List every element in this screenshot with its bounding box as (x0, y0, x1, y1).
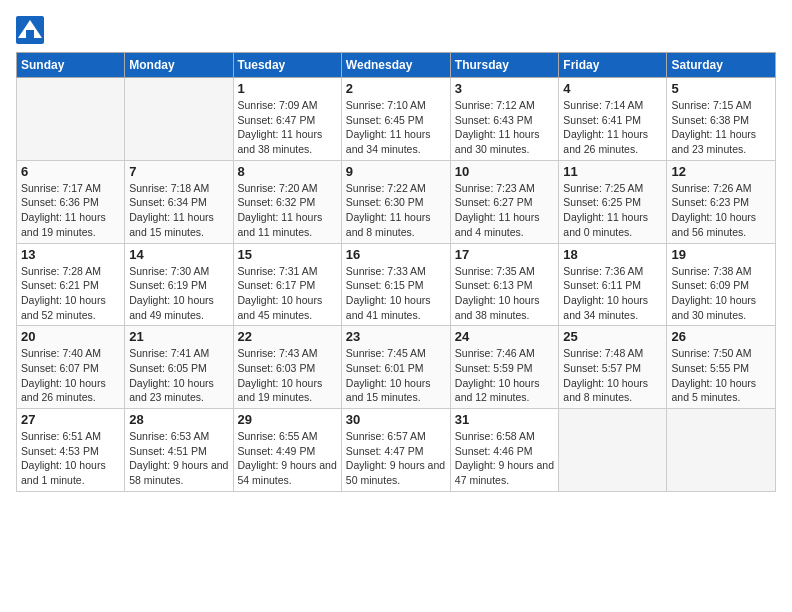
calendar-cell: 8Sunrise: 7:20 AMSunset: 6:32 PMDaylight… (233, 160, 341, 243)
calendar-week-row: 1Sunrise: 7:09 AMSunset: 6:47 PMDaylight… (17, 78, 776, 161)
day-number: 1 (238, 81, 337, 96)
calendar-cell: 13Sunrise: 7:28 AMSunset: 6:21 PMDayligh… (17, 243, 125, 326)
day-number: 11 (563, 164, 662, 179)
calendar-cell: 25Sunrise: 7:48 AMSunset: 5:57 PMDayligh… (559, 326, 667, 409)
day-info: Sunrise: 7:10 AMSunset: 6:45 PMDaylight:… (346, 98, 446, 157)
calendar-cell (559, 409, 667, 492)
calendar-cell: 27Sunrise: 6:51 AMSunset: 4:53 PMDayligh… (17, 409, 125, 492)
calendar-cell: 9Sunrise: 7:22 AMSunset: 6:30 PMDaylight… (341, 160, 450, 243)
day-info: Sunrise: 6:58 AMSunset: 4:46 PMDaylight:… (455, 429, 555, 488)
calendar-week-row: 6Sunrise: 7:17 AMSunset: 6:36 PMDaylight… (17, 160, 776, 243)
calendar-cell: 29Sunrise: 6:55 AMSunset: 4:49 PMDayligh… (233, 409, 341, 492)
calendar-cell: 21Sunrise: 7:41 AMSunset: 6:05 PMDayligh… (125, 326, 233, 409)
day-info: Sunrise: 6:55 AMSunset: 4:49 PMDaylight:… (238, 429, 337, 488)
day-info: Sunrise: 7:33 AMSunset: 6:15 PMDaylight:… (346, 264, 446, 323)
svg-rect-2 (26, 30, 34, 38)
day-number: 18 (563, 247, 662, 262)
calendar-cell: 19Sunrise: 7:38 AMSunset: 6:09 PMDayligh… (667, 243, 776, 326)
day-info: Sunrise: 6:57 AMSunset: 4:47 PMDaylight:… (346, 429, 446, 488)
day-number: 15 (238, 247, 337, 262)
day-number: 30 (346, 412, 446, 427)
calendar-cell: 14Sunrise: 7:30 AMSunset: 6:19 PMDayligh… (125, 243, 233, 326)
calendar-cell: 1Sunrise: 7:09 AMSunset: 6:47 PMDaylight… (233, 78, 341, 161)
day-info: Sunrise: 7:36 AMSunset: 6:11 PMDaylight:… (563, 264, 662, 323)
day-info: Sunrise: 7:48 AMSunset: 5:57 PMDaylight:… (563, 346, 662, 405)
calendar-week-row: 27Sunrise: 6:51 AMSunset: 4:53 PMDayligh… (17, 409, 776, 492)
day-number: 12 (671, 164, 771, 179)
calendar-cell: 3Sunrise: 7:12 AMSunset: 6:43 PMDaylight… (450, 78, 559, 161)
calendar-cell: 6Sunrise: 7:17 AMSunset: 6:36 PMDaylight… (17, 160, 125, 243)
day-number: 25 (563, 329, 662, 344)
calendar-cell: 17Sunrise: 7:35 AMSunset: 6:13 PMDayligh… (450, 243, 559, 326)
day-number: 9 (346, 164, 446, 179)
calendar-cell: 26Sunrise: 7:50 AMSunset: 5:55 PMDayligh… (667, 326, 776, 409)
day-info: Sunrise: 7:35 AMSunset: 6:13 PMDaylight:… (455, 264, 555, 323)
logo (16, 16, 48, 44)
calendar-cell: 12Sunrise: 7:26 AMSunset: 6:23 PMDayligh… (667, 160, 776, 243)
calendar-cell: 15Sunrise: 7:31 AMSunset: 6:17 PMDayligh… (233, 243, 341, 326)
day-number: 2 (346, 81, 446, 96)
day-info: Sunrise: 7:41 AMSunset: 6:05 PMDaylight:… (129, 346, 228, 405)
day-number: 21 (129, 329, 228, 344)
calendar-table: SundayMondayTuesdayWednesdayThursdayFrid… (16, 52, 776, 492)
calendar-cell: 24Sunrise: 7:46 AMSunset: 5:59 PMDayligh… (450, 326, 559, 409)
day-info: Sunrise: 7:46 AMSunset: 5:59 PMDaylight:… (455, 346, 555, 405)
calendar-body: 1Sunrise: 7:09 AMSunset: 6:47 PMDaylight… (17, 78, 776, 492)
calendar-cell: 11Sunrise: 7:25 AMSunset: 6:25 PMDayligh… (559, 160, 667, 243)
day-number: 16 (346, 247, 446, 262)
weekday-header-tuesday: Tuesday (233, 53, 341, 78)
calendar-cell: 5Sunrise: 7:15 AMSunset: 6:38 PMDaylight… (667, 78, 776, 161)
day-number: 29 (238, 412, 337, 427)
day-number: 23 (346, 329, 446, 344)
calendar-cell: 16Sunrise: 7:33 AMSunset: 6:15 PMDayligh… (341, 243, 450, 326)
day-info: Sunrise: 7:20 AMSunset: 6:32 PMDaylight:… (238, 181, 337, 240)
day-info: Sunrise: 7:09 AMSunset: 6:47 PMDaylight:… (238, 98, 337, 157)
day-number: 19 (671, 247, 771, 262)
calendar-cell: 20Sunrise: 7:40 AMSunset: 6:07 PMDayligh… (17, 326, 125, 409)
day-info: Sunrise: 7:26 AMSunset: 6:23 PMDaylight:… (671, 181, 771, 240)
day-info: Sunrise: 7:22 AMSunset: 6:30 PMDaylight:… (346, 181, 446, 240)
day-number: 5 (671, 81, 771, 96)
day-number: 24 (455, 329, 555, 344)
weekday-header-sunday: Sunday (17, 53, 125, 78)
day-info: Sunrise: 7:17 AMSunset: 6:36 PMDaylight:… (21, 181, 120, 240)
calendar-cell: 4Sunrise: 7:14 AMSunset: 6:41 PMDaylight… (559, 78, 667, 161)
weekday-header-wednesday: Wednesday (341, 53, 450, 78)
day-info: Sunrise: 7:28 AMSunset: 6:21 PMDaylight:… (21, 264, 120, 323)
day-info: Sunrise: 7:50 AMSunset: 5:55 PMDaylight:… (671, 346, 771, 405)
calendar-cell: 7Sunrise: 7:18 AMSunset: 6:34 PMDaylight… (125, 160, 233, 243)
day-number: 6 (21, 164, 120, 179)
weekday-header-friday: Friday (559, 53, 667, 78)
day-number: 22 (238, 329, 337, 344)
day-number: 13 (21, 247, 120, 262)
day-number: 17 (455, 247, 555, 262)
day-info: Sunrise: 6:51 AMSunset: 4:53 PMDaylight:… (21, 429, 120, 488)
calendar-week-row: 20Sunrise: 7:40 AMSunset: 6:07 PMDayligh… (17, 326, 776, 409)
day-number: 10 (455, 164, 555, 179)
day-info: Sunrise: 7:18 AMSunset: 6:34 PMDaylight:… (129, 181, 228, 240)
day-info: Sunrise: 6:53 AMSunset: 4:51 PMDaylight:… (129, 429, 228, 488)
weekday-header-saturday: Saturday (667, 53, 776, 78)
calendar-cell (667, 409, 776, 492)
day-info: Sunrise: 7:43 AMSunset: 6:03 PMDaylight:… (238, 346, 337, 405)
calendar-cell (17, 78, 125, 161)
calendar-cell: 18Sunrise: 7:36 AMSunset: 6:11 PMDayligh… (559, 243, 667, 326)
day-info: Sunrise: 7:45 AMSunset: 6:01 PMDaylight:… (346, 346, 446, 405)
calendar-header-row: SundayMondayTuesdayWednesdayThursdayFrid… (17, 53, 776, 78)
day-info: Sunrise: 7:14 AMSunset: 6:41 PMDaylight:… (563, 98, 662, 157)
day-info: Sunrise: 7:23 AMSunset: 6:27 PMDaylight:… (455, 181, 555, 240)
day-info: Sunrise: 7:15 AMSunset: 6:38 PMDaylight:… (671, 98, 771, 157)
day-number: 14 (129, 247, 228, 262)
day-info: Sunrise: 7:25 AMSunset: 6:25 PMDaylight:… (563, 181, 662, 240)
day-number: 3 (455, 81, 555, 96)
logo-icon (16, 16, 44, 44)
day-info: Sunrise: 7:30 AMSunset: 6:19 PMDaylight:… (129, 264, 228, 323)
calendar-cell: 22Sunrise: 7:43 AMSunset: 6:03 PMDayligh… (233, 326, 341, 409)
calendar-cell: 10Sunrise: 7:23 AMSunset: 6:27 PMDayligh… (450, 160, 559, 243)
day-number: 20 (21, 329, 120, 344)
day-number: 4 (563, 81, 662, 96)
calendar-cell: 30Sunrise: 6:57 AMSunset: 4:47 PMDayligh… (341, 409, 450, 492)
calendar-cell: 28Sunrise: 6:53 AMSunset: 4:51 PMDayligh… (125, 409, 233, 492)
day-number: 27 (21, 412, 120, 427)
weekday-header-thursday: Thursday (450, 53, 559, 78)
